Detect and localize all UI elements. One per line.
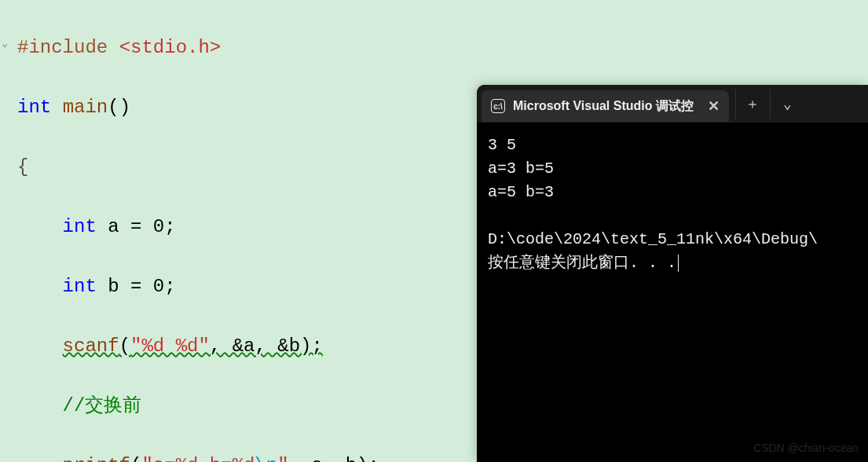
lbrace: { [17, 156, 28, 178]
watermark: CSDN @chian-ocean [753, 442, 859, 454]
term-prompt: 按任意键关闭此窗口. . . [488, 254, 676, 272]
tab-dropdown-button[interactable]: ⌄ [770, 89, 804, 119]
main-func: main [63, 97, 108, 118]
term-path: D:\code\2024\text_5_11nk\x64\Debug\ [488, 230, 818, 248]
parens: () [108, 97, 130, 118]
fold-icon[interactable]: ⌄ [2, 36, 8, 50]
close-icon[interactable]: ✕ [708, 97, 720, 115]
term-line: a=5 b=3 [488, 183, 554, 201]
scanf-call: scanf [63, 336, 119, 357]
include-header: <stdio.h> [119, 37, 222, 58]
new-tab-button[interactable]: ＋ [735, 89, 770, 119]
cursor [678, 255, 679, 272]
printf-call-1: printf [63, 455, 130, 462]
term-input: 3 5 [488, 136, 516, 154]
terminal-window: c:\ Microsoft Visual Studio 调试控 ✕ ＋ ⌄ 3 … [477, 85, 868, 462]
term-line: a=3 b=5 [488, 160, 554, 178]
comment-before: //交换前 [63, 395, 142, 416]
preprocessor: #include [17, 37, 108, 58]
terminal-tabbar: c:\ Microsoft Visual Studio 调试控 ✕ ＋ ⌄ [477, 85, 868, 123]
console-icon: c:\ [491, 99, 505, 113]
terminal-tab[interactable]: c:\ Microsoft Visual Studio 调试控 ✕ [482, 90, 729, 122]
kw-int: int [17, 97, 51, 118]
tab-title: Microsoft Visual Studio 调试控 [513, 98, 694, 115]
terminal-output[interactable]: 3 5 a=3 b=5 a=5 b=3 D:\code\2024\text_5_… [477, 123, 868, 286]
